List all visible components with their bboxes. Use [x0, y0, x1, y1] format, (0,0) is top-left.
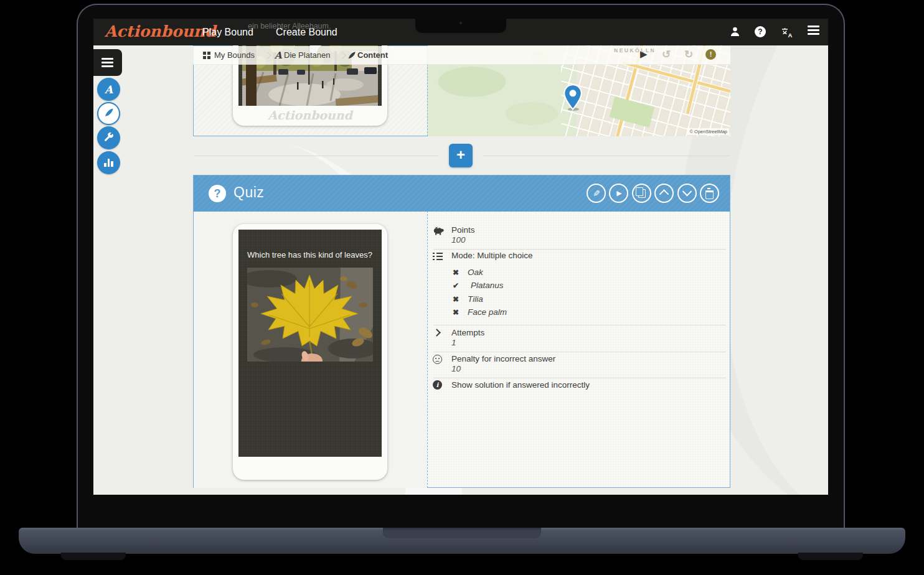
- pencil-icon: ✎: [593, 189, 600, 199]
- divider: [433, 249, 726, 250]
- points-piggy-icon: [433, 226, 444, 238]
- add-element-button[interactable]: +: [449, 144, 473, 167]
- option-label: Face palm: [468, 307, 507, 317]
- sidebar-toggle-button[interactable]: [93, 49, 122, 76]
- user-icon[interactable]: [730, 26, 740, 39]
- camera-notch: [415, 19, 506, 33]
- actionbound-logo[interactable]: Actionbound: [105, 22, 216, 40]
- mode-list-icon: [433, 253, 443, 260]
- cross-icon: ✖: [453, 268, 459, 277]
- cross-icon: ✖: [453, 295, 459, 304]
- warning-icon[interactable]: !: [705, 49, 716, 60]
- breadcrumb-my-bounds[interactable]: My Bounds: [214, 46, 255, 65]
- svg-text:A: A: [788, 32, 793, 38]
- sidebar-stats-button[interactable]: [97, 151, 120, 174]
- info-icon: i: [433, 380, 442, 390]
- laptop-base: [19, 528, 905, 554]
- attempts-label: Attempts: [451, 328, 484, 337]
- option-label: Oak: [468, 268, 483, 277]
- cross-icon: ✖: [453, 308, 459, 317]
- add-row-line: [483, 156, 730, 156]
- penalty-label: Penalty for incorrect answer: [451, 354, 555, 363]
- quiz-panel-header: ? Quiz ✎ ▶: [194, 175, 730, 212]
- trash-icon: [705, 190, 714, 199]
- quiz-phone-screen: Which tree has this kind of leaves?: [238, 230, 382, 457]
- move-down-button[interactable]: [677, 184, 697, 203]
- bound-a-icon: A: [105, 83, 113, 96]
- laptop-lid-notch: [383, 528, 541, 538]
- translate-icon[interactable]: A: [781, 27, 793, 40]
- sidebar-bound-button[interactable]: A: [97, 78, 120, 101]
- quiz-type-icon: ?: [209, 185, 226, 202]
- breadcrumb-separator-icon: [339, 52, 346, 58]
- chevron-up-icon: [659, 189, 669, 199]
- quiz-divider-dashed: [427, 211, 428, 488]
- move-up-button[interactable]: [654, 184, 674, 203]
- breadcrumb-content[interactable]: Content: [357, 46, 388, 65]
- preview-button[interactable]: ▶: [609, 184, 628, 203]
- laptop-foot: [61, 553, 126, 560]
- sidebar-content-button[interactable]: [97, 102, 120, 125]
- breadcrumb-content-label: Content: [357, 50, 388, 60]
- my-bounds-grid-icon: [203, 52, 206, 55]
- menu-hamburger-icon[interactable]: [808, 27, 819, 31]
- edit-button[interactable]: ✎: [587, 184, 606, 203]
- chevron-down-icon: [682, 187, 692, 197]
- map-pin[interactable]: [563, 84, 583, 113]
- solution-label: Show solution if answered incorrectly: [451, 380, 590, 390]
- delete-button[interactable]: [700, 184, 719, 203]
- nav-play-bound[interactable]: Play Bound: [202, 19, 253, 45]
- map-attribution: © OpenStreetMap: [687, 128, 729, 135]
- undo-icon[interactable]: ↺: [662, 48, 671, 61]
- mode-label: Mode: Multiple choice: [451, 251, 533, 260]
- bar-chart-icon: [104, 159, 113, 167]
- breadcrumb-separator-icon: [264, 52, 271, 58]
- feather-icon: [347, 51, 356, 62]
- divider: [433, 325, 726, 325]
- divider: [433, 352, 726, 352]
- laptop-foot: [798, 553, 863, 560]
- laptop-screen: NEUKÖLLN © OpenStreetMap ein beliebter A…: [93, 19, 828, 495]
- quiz-phone-preview: Which tree has this kind of leaves?: [233, 224, 387, 480]
- quiz-panel-title: Quiz: [233, 184, 264, 201]
- copy-icon: [638, 189, 646, 198]
- bound-a-icon: A: [275, 46, 282, 65]
- scrolled-phone-text: ein beliebter Alleebaum.: [248, 22, 331, 30]
- play-icon: ▶: [616, 189, 621, 197]
- help-icon[interactable]: ?: [755, 26, 766, 37]
- points-value: 100: [451, 235, 466, 245]
- quiz-question-text: Which tree has this kind of leaves?: [247, 250, 372, 259]
- leaf-photo: [247, 268, 373, 362]
- feather-icon: [104, 108, 114, 120]
- duplicate-button[interactable]: [632, 184, 651, 203]
- sidebar-settings-button[interactable]: [97, 126, 120, 149]
- attempts-value: 1: [451, 338, 456, 347]
- penalty-value: 10: [451, 364, 461, 373]
- option-label: Platanus: [471, 281, 504, 290]
- actionbound-watermark: Actionbound: [233, 108, 387, 122]
- penalty-frown-icon: [433, 355, 442, 364]
- webcam-icon: [460, 22, 462, 24]
- redo-icon[interactable]: ↻: [684, 48, 693, 61]
- option-label: Tilia: [468, 294, 483, 304]
- points-label: Points: [451, 225, 475, 235]
- add-row-line: [194, 156, 439, 156]
- check-icon: ✔: [453, 281, 459, 290]
- wrench-icon: [104, 132, 113, 144]
- breadcrumb-bound-name[interactable]: Die Platanen: [284, 46, 330, 65]
- divider: [433, 378, 726, 378]
- map-district-label: NEUKÖLLN: [614, 47, 656, 54]
